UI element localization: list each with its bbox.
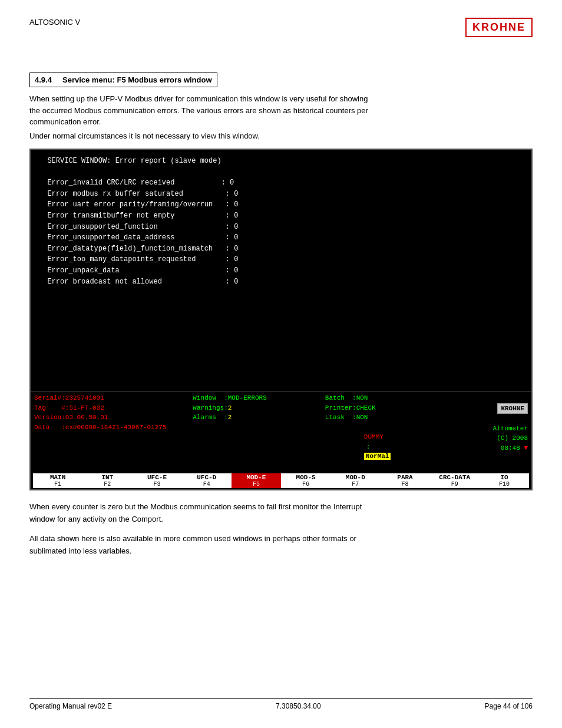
footer-right: Page 44 of 106 [485, 702, 533, 710]
after-text1: When every counter is zero but the Modbu… [29, 501, 533, 526]
fkey-crc[interactable]: CRC-DATA F9 [430, 473, 480, 488]
page-header: ALTOSONIC V KROHNE [29, 18, 533, 37]
status-blank [193, 423, 325, 433]
fkey-io[interactable]: IO F10 [480, 473, 529, 488]
fkeys-bar: MAIN F1 INT F2 UFC-E F3 UFC-D F4 MOD-E F… [31, 472, 531, 489]
page-title: ALTOSONIC V [29, 18, 80, 27]
error-line-3: Error uart error parity/framing/overrun … [39, 199, 523, 210]
error-line-1: Error_invalid CRC/LRC received : 0 [39, 177, 523, 189]
fkey-main[interactable]: MAIN F1 [33, 473, 82, 488]
footer-center: 7.30850.34.00 [276, 702, 321, 710]
fkey-mods[interactable]: MOD-S F6 [281, 473, 330, 488]
normal-indicator: NorMal [364, 453, 391, 460]
section-number: 4.9.4 [35, 75, 52, 84]
terminal-blank3 [39, 298, 523, 309]
terminal-blank10 [39, 375, 523, 386]
fkey-modd[interactable]: MOD-D F7 [330, 473, 380, 488]
error-line-10: Error broadcast not allowed : 0 [39, 276, 523, 288]
page-footer: Operating Manual rev02 E 7.30850.34.00 P… [29, 698, 533, 710]
status-ltask: Ltask :NON [325, 413, 449, 423]
status-tag: Tag #:51-FT-002 [34, 403, 193, 413]
status-col2: Window :MOD-ERRORS Warnings:2 Alarms :2 [193, 393, 325, 471]
error-line-5: Error_unsupported_function : 0 [39, 222, 523, 233]
error-line-2: Error modbus rx buffer saturated : 0 [39, 189, 523, 200]
terminal-blank4 [39, 309, 523, 320]
section-heading: 4.9.4 Service menu: F5 Modbus errors win… [29, 73, 217, 87]
description2-text: Under normal circumstances it is not nec… [29, 131, 260, 140]
status-dummy-normal: DUMMY : NorMal [325, 423, 449, 472]
status-krohne-box: KROHNE [448, 393, 528, 424]
error-line-7: Error_datatype(field)_function_mismatch … [39, 243, 523, 255]
description1-text: When setting up the UFP-V Modbus driver … [29, 94, 368, 126]
status-batch: Batch :NON [325, 393, 449, 403]
fkey-ufcd[interactable]: UFC-D F4 [182, 473, 232, 488]
status-window: Window :MOD-ERRORS [193, 393, 325, 403]
status-version: Version:03.00.50.01 [34, 413, 193, 423]
status-warnings: Warnings:2 [193, 403, 325, 413]
terminal-content: SERVICE WINDOW: Error report (slave mode… [31, 150, 531, 391]
status-printer: Printer:CHECK [325, 403, 449, 413]
fkey-int[interactable]: INT F2 [82, 473, 132, 488]
fkey-ufce[interactable]: UFC-E F3 [132, 473, 181, 488]
krohne-logo: KROHNE [465, 18, 533, 37]
error-line-6: Error_unsupported_data_address : 0 [39, 232, 523, 243]
status-copyright: (C) 2008 [448, 433, 528, 443]
error-line-8: Error_too_many_datapoints_requested : 0 [39, 254, 523, 265]
status-col3: Batch :NON Printer:CHECK Ltask :NON DUMM… [325, 393, 449, 471]
status-alarms: Alarms :2 [193, 413, 325, 423]
status-time: 08:48 ▼ [448, 443, 528, 453]
section-description1: When setting up the UFP-V Modbus driver … [29, 93, 533, 128]
status-altometer: Altometer [448, 424, 528, 434]
terminal-blank5 [39, 320, 523, 331]
terminal-blank6 [39, 331, 523, 342]
terminal-blank8 [39, 353, 523, 364]
terminal-blank9 [39, 364, 523, 375]
status-col4: KROHNE Altometer (C) 2008 08:48 ▼ [448, 393, 528, 471]
section-description2: Under normal circumstances it is not nec… [29, 130, 533, 142]
terminal-window: SERVICE WINDOW: Error report (slave mode… [29, 149, 533, 490]
terminal-title-line: SERVICE WINDOW: Error report (slave mode… [39, 156, 523, 167]
error-line-4: Error transmitbuffer not empty : 0 [39, 210, 523, 222]
error-line-9: Error_unpack_data : 0 [39, 265, 523, 276]
terminal-blank7 [39, 342, 523, 353]
status-serial: Serial#:2325741001 [34, 393, 193, 403]
terminal-blank1 [39, 167, 523, 178]
section-title: Service menu: F5 Modbus errors window [62, 75, 212, 84]
terminal-blank2 [39, 287, 523, 298]
fkey-mode[interactable]: MOD-E F5 [232, 473, 281, 488]
footer-left: Operating Manual rev02 E [29, 702, 112, 710]
fkey-para[interactable]: PARA F8 [380, 473, 429, 488]
after-text2: All data shown here is also available in… [29, 533, 533, 558]
status-data: Data :exe00000-18421-43067-01275 [34, 423, 193, 433]
status-col1: Serial#:2325741001 Tag #:51-FT-002 Versi… [34, 393, 193, 471]
